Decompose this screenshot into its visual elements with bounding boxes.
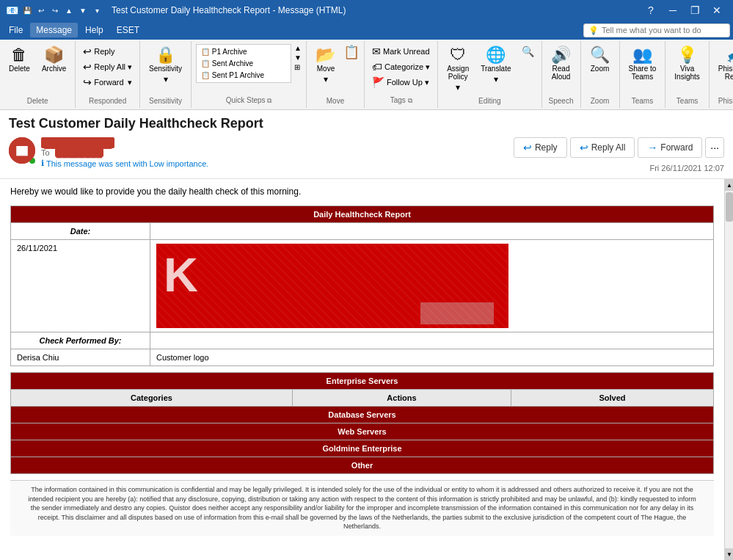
performer-name: Derisa Chiu	[11, 349, 150, 366]
customize-icon[interactable]: ▾	[91, 4, 103, 16]
quicksteps-scroll-down[interactable]: ▼	[294, 54, 302, 62]
translate-icon: 🌐	[486, 47, 506, 63]
redo-icon[interactable]: ↪	[49, 4, 61, 16]
speech-group-label: Speech	[549, 95, 574, 105]
more-actions-button[interactable]: ···	[705, 137, 724, 158]
quick-step-sentarchive[interactable]: 📋 Sent Archive	[198, 58, 289, 69]
down-icon[interactable]: ▼	[77, 4, 89, 16]
delete-button[interactable]: 🗑 Delete	[4, 44, 34, 76]
subsection-goldmine: Goldmine Enterprise	[11, 440, 714, 457]
up-icon[interactable]: ▲	[63, 4, 75, 16]
help-icon[interactable]: ?	[641, 0, 661, 21]
ribbon-group-viva: 💡 VivaInsights Teams	[665, 41, 709, 108]
reply-button-icon: ↩	[523, 142, 532, 153]
share-to-teams-button[interactable]: 👥 Share toTeams	[624, 44, 661, 84]
reply-all-dropdown[interactable]: ▾	[128, 62, 132, 72]
categorize-dropdown-icon[interactable]: ▾	[426, 62, 430, 72]
undo-icon[interactable]: ↩	[35, 4, 47, 16]
translate-dropdown-icon[interactable]: ▾	[494, 74, 498, 84]
menu-bar: File Message Help ESET 💡	[0, 21, 733, 40]
translate-button[interactable]: 🌐 Translate ▾	[476, 44, 515, 87]
date-value: 26/11/2021	[11, 240, 150, 332]
follow-up-button[interactable]: 🚩 Follow Up ▾	[369, 75, 433, 90]
viva-group-label: Teams	[677, 95, 698, 105]
reply-button[interactable]: ↩ Reply	[514, 137, 567, 158]
assign-policy-button[interactable]: 🛡 AssignPolicy ▾	[442, 44, 473, 95]
assign-policy-dropdown-icon[interactable]: ▾	[456, 82, 460, 92]
mark-unread-icon: ✉	[372, 46, 381, 57]
menu-file[interactable]: File	[3, 23, 29, 37]
phish-group-label: Phish Alert	[718, 95, 733, 105]
ribbon-group-sensitivity: 🔒 Sensitivity ▾ Sensitivity	[140, 41, 192, 108]
ribbon-group-phish: 🎣 Phish AlertReport Phish Alert	[710, 41, 733, 108]
move-group-content: 📂 Move ▾ 📋	[311, 44, 360, 95]
move-dropdown-icon[interactable]: ▾	[324, 74, 328, 84]
scroll-thumb[interactable]	[726, 192, 733, 222]
zoom-button[interactable]: 🔍 Zoom	[586, 44, 615, 76]
info-icon: ℹ	[41, 159, 44, 168]
reply-section: ↩ Reply ↩ Reply All → Forward ··· Fri 26…	[514, 137, 724, 172]
minimize-button[interactable]: ─	[663, 0, 683, 21]
ribbon-group-move: 📂 Move ▾ 📋 Move	[307, 41, 365, 108]
assign-policy-icon: 🛡	[450, 47, 466, 63]
speech-group-content: 🔊 ReadAloud	[547, 44, 576, 95]
quicksteps-scroll-up[interactable]: ▲	[294, 44, 302, 52]
low-importance-notice: ℹ This message was sent with Low importa…	[41, 159, 208, 168]
quicksteps-controls: ▲ ▼ ⊞	[294, 44, 302, 71]
sensitivity-button[interactable]: 🔒 Sensitivity ▾	[145, 44, 186, 87]
read-aloud-button[interactable]: 🔊 ReadAloud	[547, 44, 576, 84]
forward-dropdown[interactable]: ▾	[128, 78, 132, 87]
email-header: Test Customer Daily Healthcheck Report █…	[0, 110, 733, 179]
restore-button[interactable]: ❐	[685, 0, 705, 21]
follow-up-dropdown-icon[interactable]: ▾	[425, 78, 429, 87]
delete-group-label: Delete	[27, 95, 48, 105]
viva-insights-button[interactable]: 💡 VivaInsights	[670, 44, 704, 84]
quick-access-toolbar[interactable]: 💾 ↩ ↪ ▲ ▼ ▾	[21, 4, 103, 16]
ribbon: 🗑 Delete 📦 Archive Delete ↩ Reply ↩ Repl…	[0, 40, 733, 110]
categorize-icon: 🏷	[372, 61, 382, 73]
mark-unread-button[interactable]: ✉ Mark Unread	[369, 44, 433, 59]
quicksteps-expand[interactable]: ⊞	[294, 63, 302, 71]
sensitivity-dropdown-icon[interactable]: ▾	[164, 74, 168, 84]
zoom-group-content: 🔍 Zoom	[586, 44, 615, 95]
performer-logo: Customer logo	[150, 349, 714, 366]
logo-image: K	[156, 244, 508, 328]
scroll-up-arrow[interactable]: ▲	[725, 179, 733, 191]
respond-col: ↩ Reply ↩ Reply All ▾ ↪ Forward ▾	[80, 44, 135, 90]
quick-steps-box: 📋 P1 Archive 📋 Sent Archive 📋 Sent P1 Ar…	[196, 44, 291, 83]
date-label: Date:	[11, 223, 150, 240]
editing-col: 🔍	[519, 44, 537, 59]
window-controls[interactable]: ? ─ ❐ ✕	[641, 0, 727, 21]
archive-button[interactable]: 📦 Archive	[37, 44, 70, 76]
sender-info: ██████████ To ████████ ℹ This message wa…	[41, 137, 208, 168]
editing-search-btn[interactable]: 🔍	[519, 44, 537, 59]
reply-all-header-button[interactable]: ↩ Reply All	[570, 137, 635, 158]
scrollbar[interactable]: ▲ ▼	[724, 179, 733, 560]
logo-element	[420, 302, 494, 324]
save-icon[interactable]: 💾	[21, 4, 33, 16]
phish-alert-button[interactable]: 🎣 Phish AlertReport	[714, 44, 733, 84]
quicksteps-group-content: 📋 P1 Archive 📋 Sent Archive 📋 Sent P1 Ar…	[196, 44, 302, 95]
forward-button[interactable]: ↪ Forward ▾	[80, 75, 135, 90]
scroll-down-arrow[interactable]: ▼	[725, 548, 733, 560]
move-button[interactable]: 📂 Move ▾	[311, 44, 340, 87]
viva-group-content: 💡 VivaInsights	[670, 44, 704, 95]
quick-step-sentp1archive[interactable]: 📋 Sent P1 Archive	[198, 70, 289, 81]
quick-step-p1archive[interactable]: 📋 P1 Archive	[198, 46, 289, 57]
sensitivity-group-label: Sensitivity	[149, 95, 182, 105]
teams-group-label: Teams	[632, 95, 653, 105]
forward-header-button[interactable]: → Forward	[638, 137, 702, 158]
search-box[interactable]: 💡	[583, 23, 730, 37]
categorize-button[interactable]: 🏷 Categorize ▾	[369, 59, 433, 74]
close-button[interactable]: ✕	[707, 0, 727, 21]
phish-icon: 🎣	[726, 47, 733, 63]
menu-help[interactable]: Help	[79, 23, 109, 37]
reply-all-button[interactable]: ↩ Reply All ▾	[80, 59, 135, 74]
menu-message[interactable]: Message	[30, 23, 78, 37]
title-text: Test Customer Daily Healthcheck Report -…	[112, 5, 346, 15]
col-solved: Solved	[511, 390, 714, 407]
disclaimer: The information contained in this commun…	[10, 480, 714, 536]
menu-eset[interactable]: ESET	[111, 23, 145, 37]
search-input[interactable]	[602, 26, 725, 34]
reply-small-button[interactable]: ↩ Reply	[80, 44, 135, 59]
